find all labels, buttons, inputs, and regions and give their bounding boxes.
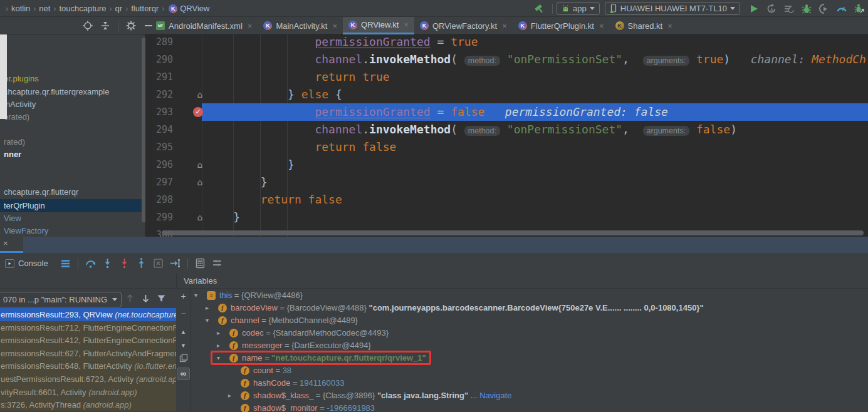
close-icon[interactable]: ×: [404, 20, 409, 29]
navigate-link[interactable]: Navigate: [479, 391, 511, 400]
tab-MainActivity.kt[interactable]: KMainActivity.kt×: [258, 17, 343, 34]
breadcrumb-item[interactable]: touchcapture: [59, 4, 106, 13]
tab-QRViewFactory.kt[interactable]: KQRViewFactory.kt×: [414, 17, 513, 34]
line-number[interactable]: 299: [148, 209, 173, 226]
move-down-icon[interactable]: ▼: [176, 340, 191, 351]
code-line-299[interactable]: 299⌂ }: [145, 209, 868, 226]
stack-frame-row[interactable]: ermissionsResult:412, FlutterEngineConne…: [0, 334, 176, 347]
step-over-icon[interactable]: [85, 257, 97, 269]
expand-icon[interactable]: ▸: [206, 302, 209, 314]
breakpoint-icon[interactable]: ✓: [193, 107, 203, 117]
line-number[interactable]: 296: [148, 156, 173, 173]
variable-row-count[interactable]: fcount = 38: [191, 364, 868, 377]
line-number[interactable]: 292: [148, 86, 173, 103]
build-hammer-icon[interactable]: [534, 3, 545, 14]
variable-row-hashCode[interactable]: fhashCode = 1941160033: [191, 377, 868, 389]
stack-frame-row[interactable]: ermissionsResult:293, QRView (net.touchc…: [0, 308, 176, 321]
collapse-all-icon[interactable]: [100, 20, 111, 31]
code-line-295[interactable]: 295 return false: [145, 138, 868, 156]
project-item[interactable]: erated): [4, 111, 29, 123]
close-icon[interactable]: ×: [248, 21, 253, 31]
variable-row-shadow$_monitor[interactable]: fshadow$_monitor = -1966691983: [191, 402, 868, 412]
show-return-values-icon[interactable]: ∞: [177, 368, 190, 380]
project-item[interactable]: nner: [4, 148, 21, 161]
variable-row-shadow$_klass_[interactable]: ▸fshadow$_klass_ = {Class@3896} "class j…: [191, 389, 868, 402]
run-icon[interactable]: [748, 3, 760, 14]
project-item-selected[interactable]: terQrPlugin: [0, 199, 145, 212]
force-step-into-icon[interactable]: [118, 257, 130, 269]
project-item[interactable]: View: [4, 212, 21, 225]
line-number[interactable]: 294: [148, 121, 173, 138]
code-line-296[interactable]: 296⌂ }: [145, 156, 868, 173]
frame-down-icon[interactable]: [141, 294, 150, 303]
collapse-icon[interactable]: ▾: [194, 289, 197, 302]
attach-debugger-to-process-icon[interactable]: [854, 3, 865, 14]
close-icon[interactable]: ×: [667, 21, 672, 31]
run-config-selector[interactable]: app: [557, 2, 600, 15]
thread-selector[interactable]: 070 in ...p "main": RUNNING: [0, 292, 122, 307]
move-up-icon[interactable]: ▲: [176, 326, 191, 337]
line-number[interactable]: 298: [148, 191, 173, 209]
variable-row-barcodeView[interactable]: ▸fbarcodeView = {BarcodeView@4488} "com.…: [191, 302, 868, 314]
frame-up-icon[interactable]: [125, 294, 135, 303]
layout-settings-icon[interactable]: [211, 257, 223, 269]
code-editor[interactable]: 289 permissionGranted = true290 channel.…: [145, 34, 868, 237]
close-icon[interactable]: ×: [3, 239, 8, 248]
settings-menu-icon[interactable]: [60, 257, 71, 269]
run-to-cursor-icon[interactable]: [169, 257, 181, 269]
device-selector[interactable]: HUAWEI HUAWEI MT7-TL10: [605, 2, 740, 15]
attach-debugger-icon[interactable]: [818, 3, 830, 14]
line-number[interactable]: 291: [148, 68, 173, 86]
breadcrumb[interactable]: ›kotlin›net›touchcapture›qr›flutterqr›KQ…: [3, 0, 209, 17]
tab-Shared.kt[interactable]: KShared.kt×: [610, 17, 678, 34]
tab-FlutterQrPlugin.kt[interactable]: KFlutterQrPlugin.kt×: [513, 17, 610, 34]
stack-frame-row[interactable]: ermissionsResult:712, FlutterEngineConne…: [0, 321, 176, 334]
profiler-icon[interactable]: [836, 3, 847, 14]
expand-icon[interactable]: ▸: [217, 339, 220, 352]
expand-icon[interactable]: ▸: [217, 327, 220, 339]
project-item[interactable]: ViewFactory: [4, 225, 48, 237]
close-icon[interactable]: ×: [332, 21, 337, 31]
tab-QRView.kt[interactable]: KQRView.kt×: [343, 17, 414, 34]
breadcrumb-item[interactable]: kotlin: [11, 4, 30, 13]
variable-row-this[interactable]: ▾≡this = {QRView@4486}: [191, 289, 868, 302]
project-item[interactable]: chcapture.qr.flutterqr: [4, 186, 78, 198]
variable-row-channel[interactable]: ▾fchannel = {MethodChannel@4489}: [191, 314, 868, 327]
stack-frame-row[interactable]: ermissionsResult:648, FlutterActivity (i…: [0, 359, 176, 373]
code-line-291[interactable]: 291 return true: [145, 68, 868, 86]
gear-icon[interactable]: [125, 20, 137, 31]
breadcrumb-item[interactable]: qr: [115, 4, 123, 13]
code-line-289[interactable]: 289 permissionGranted = true: [145, 34, 868, 51]
line-number[interactable]: 289: [148, 34, 173, 51]
collapse-icon[interactable]: ▾: [206, 314, 209, 327]
code-line-290[interactable]: 290 channel.invokeMethod( method: "onPer…: [145, 51, 868, 68]
duplicate-icon[interactable]: [176, 353, 191, 363]
fold-marker-icon[interactable]: ⌂: [194, 86, 206, 103]
breadcrumb-item[interactable]: flutterqr: [131, 4, 159, 13]
project-item[interactable]: chcapture.qr.flutterqrexample: [4, 86, 109, 98]
drop-frame-icon[interactable]: [152, 257, 164, 269]
fold-marker-icon[interactable]: ⌂: [194, 209, 206, 226]
console-tab[interactable]: Console: [18, 259, 48, 268]
code-line-298[interactable]: 298 return false: [145, 191, 868, 209]
variable-row-messenger[interactable]: ▸fmessenger = {DartExecutor@4494}: [191, 339, 868, 352]
breadcrumb-current[interactable]: QRView: [180, 4, 209, 13]
editor-horizontal-scrollbar[interactable]: [162, 230, 864, 235]
line-number[interactable]: 297: [148, 173, 173, 191]
project-tree-panel[interactable]: er.pluginschcapture.qr.flutterqrexamplei…: [0, 34, 145, 237]
line-number[interactable]: 293: [148, 103, 173, 121]
evaluate-expression-icon[interactable]: [194, 257, 206, 269]
step-into-icon[interactable]: [102, 257, 113, 269]
code-line-297[interactable]: 297⌂ }: [145, 173, 868, 191]
locate-icon[interactable]: [82, 20, 93, 31]
fold-marker-icon[interactable]: ⌂: [194, 156, 206, 173]
close-icon[interactable]: ×: [502, 21, 507, 31]
code-line-292[interactable]: 292⌂ } else {: [145, 86, 868, 103]
stack-frame-row[interactable]: vityResult:6601, Activity (android.app): [0, 386, 176, 399]
project-item[interactable]: er.plugins: [4, 73, 39, 85]
step-out-icon[interactable]: [135, 257, 147, 269]
breadcrumb-item[interactable]: net: [39, 4, 50, 13]
debug-icon[interactable]: [801, 3, 812, 14]
close-icon[interactable]: ×: [599, 21, 604, 31]
line-number[interactable]: 290: [148, 51, 173, 68]
